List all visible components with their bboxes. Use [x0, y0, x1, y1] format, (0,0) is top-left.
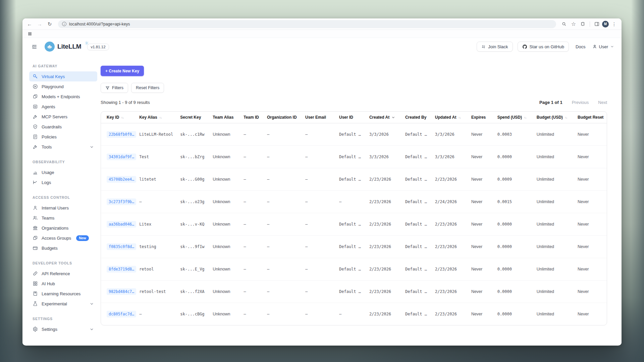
user-menu[interactable]: User: [592, 44, 614, 49]
sidebar-collapse-icon[interactable]: [30, 42, 39, 51]
sort-updown-icon[interactable]: ↑↓: [524, 116, 526, 119]
sidebar-item-api-reference[interactable]: API Reference: [29, 268, 97, 279]
sidebar-item-label: MCP Servers: [42, 114, 67, 119]
keys-table: Key ID↑↓Key Alias↑↓Secret KeyTeam AliasT…: [101, 112, 607, 325]
sidebar-section-title: Settings: [33, 317, 97, 321]
cell-budget-usd: Unlimited: [537, 303, 578, 325]
cell-secret-key: sk-...9fIw: [180, 235, 213, 258]
back-arrow-icon[interactable]: ←: [25, 20, 34, 28]
sidebar-item-virtual-keys[interactable]: Virtual Keys: [29, 71, 97, 81]
forward-arrow-icon[interactable]: →: [35, 20, 44, 28]
column-header-spend-usd[interactable]: Spend (USD)↑↓: [497, 112, 537, 123]
sidebar-item-guardrails[interactable]: Guardrails: [29, 122, 97, 132]
sort-updown-icon[interactable]: ↑↓: [159, 116, 162, 119]
sidebar-item-models-endpoints[interactable]: Models + Endpoints: [29, 92, 97, 102]
join-slack-button[interactable]: Join Slack: [477, 42, 513, 52]
cell-created-at: 2/23/2026: [369, 303, 405, 325]
column-header-budget-reset: Budget Reset: [578, 112, 607, 123]
bookmark-star-icon[interactable]: ☆: [570, 20, 578, 28]
cell-value: Default …: [405, 177, 427, 182]
sidebar-item-internal-users[interactable]: Internal Users: [29, 203, 97, 213]
cell-secret-key: sk-...G00g: [180, 168, 213, 190]
sidebar-item-budgets[interactable]: Budgets: [29, 243, 97, 253]
apps-grid-icon[interactable]: [26, 30, 34, 38]
cell-updated-at: 2/23/2026: [435, 303, 471, 325]
sidebar-item-logs[interactable]: Logs: [29, 177, 97, 187]
key-id-link[interactable]: 22b68fb0f0…: [107, 131, 136, 138]
cell-created-by: Default …: [405, 213, 435, 235]
github-icon: [522, 44, 527, 49]
table-row: 982bd484c7…retool-testsk-...f2XAUnknown–…: [101, 280, 607, 303]
sort-updown-icon[interactable]: ↑↓: [458, 116, 461, 119]
sort-updown-icon[interactable]: ↑↓: [121, 116, 123, 119]
chevron-down-icon: [90, 302, 94, 306]
url-bar[interactable]: i localhost:4000/ui/?page=api-keys: [58, 20, 556, 28]
sidebar-item-access-groups[interactable]: Access GroupsNew: [29, 233, 97, 243]
cell-team-id: –: [244, 168, 267, 190]
cell-value: Never: [578, 289, 589, 294]
key-id-link[interactable]: f0835c0f8d…: [107, 243, 136, 250]
next-page-button[interactable]: Next: [598, 100, 607, 105]
cell-created-by: Default …: [405, 280, 435, 303]
sidebar-item-label: Internal Users: [42, 205, 69, 210]
cell-budget-usd: Unlimited: [537, 280, 578, 303]
cell-organization-id: –: [267, 123, 305, 145]
reload-icon[interactable]: ↻: [45, 20, 54, 28]
key-id-link[interactable]: aa36bad046…: [107, 221, 136, 228]
filters-button[interactable]: Filters: [101, 83, 128, 93]
cell-user-email: –: [305, 235, 339, 258]
cell-key-id: 982bd484c7…: [101, 280, 139, 303]
copy-icon: [33, 235, 38, 241]
sort-updown-icon[interactable]: ↑↓: [565, 116, 567, 119]
extensions-puzzle-icon[interactable]: [579, 20, 587, 28]
sidebar-item-settings[interactable]: Settings: [29, 324, 97, 334]
column-header-budget-usd[interactable]: Budget (USD)↑↓: [537, 112, 578, 123]
column-header-key-id[interactable]: Key ID↑↓: [101, 112, 139, 123]
docs-link[interactable]: Docs: [576, 44, 586, 49]
sidebar-item-policies[interactable]: Policies: [29, 132, 97, 142]
sidebar-item-learning-resources[interactable]: Learning Resources: [29, 289, 97, 299]
user-icon: [33, 205, 38, 210]
previous-page-button[interactable]: Previous: [572, 100, 589, 105]
key-id-link[interactable]: 34301daf9f…: [107, 154, 136, 160]
column-header-created-at[interactable]: Created At: [369, 112, 405, 123]
key-id-link[interactable]: dc805fac7d…: [107, 311, 136, 317]
zoom-icon[interactable]: [560, 20, 568, 28]
sort-desc-chevron-icon[interactable]: [391, 116, 395, 119]
column-header-key-alias[interactable]: Key Alias↑↓: [139, 112, 180, 123]
page-info-icon[interactable]: i: [62, 22, 66, 26]
reset-filters-button[interactable]: Reset Filters: [131, 83, 164, 93]
url-text[interactable]: localhost:4000/ui/?page=api-keys: [69, 22, 130, 26]
kebab-menu-icon[interactable]: ⋮: [610, 20, 618, 28]
key-id-link[interactable]: 8fde3719d8…: [107, 266, 136, 273]
side-panel-icon[interactable]: [593, 20, 601, 28]
sidebar-item-teams[interactable]: Teams: [29, 213, 97, 223]
column-header-updated-at[interactable]: Updated At↑↓: [435, 112, 471, 123]
cell-value: Unlimited: [537, 312, 554, 316]
cell-key-alias: retool: [139, 258, 180, 280]
sidebar-item-ai-hub[interactable]: AI Hub: [29, 279, 97, 289]
sidebar-item-tools[interactable]: Tools: [29, 142, 97, 152]
sidebar-item-label: Virtual Keys: [42, 74, 65, 79]
sidebar-item-organizations[interactable]: Organizations: [29, 223, 97, 233]
key-id-link[interactable]: 3c273f3f9b…: [107, 198, 136, 205]
sidebar-item-agents[interactable]: Agents: [29, 102, 97, 112]
cell-value: 0.0003: [497, 132, 512, 137]
user-icon: [592, 44, 597, 49]
key-id-link[interactable]: 45708b2ee4…: [107, 176, 136, 183]
sidebar-item-mcp-servers[interactable]: MCP Servers: [29, 112, 97, 122]
cell-user-id: –: [339, 190, 369, 213]
profile-avatar[interactable]: M: [602, 21, 609, 27]
cell-key-alias: testing: [139, 235, 180, 258]
create-new-key-button[interactable]: + Create New Key: [101, 66, 144, 76]
star-github-button[interactable]: Star us on GitHub: [518, 42, 569, 52]
cell-team-id: –: [244, 145, 267, 168]
cell-value: Default …: [405, 289, 427, 294]
main-content: + Create New Key Filters Reset Filters S…: [101, 55, 622, 345]
cell-user-id: –: [339, 303, 369, 325]
sidebar-item-playground[interactable]: Playground: [29, 81, 97, 92]
key-id-link[interactable]: 982bd484c7…: [107, 288, 136, 295]
sidebar-item-label: Settings: [42, 327, 57, 332]
sidebar-item-experimental[interactable]: Experimental: [29, 299, 97, 309]
sidebar-item-usage[interactable]: Usage: [29, 167, 97, 177]
